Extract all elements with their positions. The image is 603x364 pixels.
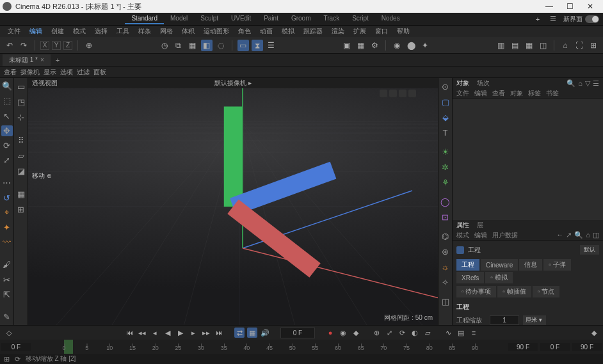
menu-0[interactable]: 文件 <box>4 26 24 37</box>
placement-tool-icon[interactable]: ✦ <box>1 222 13 233</box>
menu-2[interactable]: 创建 <box>47 26 68 37</box>
timeline-ruler[interactable]: 0 F 051015202530354045505560657075808590… <box>0 340 603 354</box>
extrude-icon[interactable]: ⇱ <box>1 289 13 300</box>
tag-icon[interactable]: ◫ <box>440 296 451 307</box>
menu-14[interactable]: 渲染 <box>328 26 348 37</box>
quantize-icon[interactable]: ◧ <box>201 40 213 51</box>
new-document-button[interactable]: + <box>52 55 63 65</box>
menu-4[interactable]: 选择 <box>91 26 111 37</box>
content-browser-icon[interactable]: ✦ <box>419 40 431 51</box>
workplane-icon[interactable]: ▦ <box>187 40 198 51</box>
key-param-icon[interactable]: ◐ <box>410 328 420 338</box>
current-frame-input[interactable]: 0 F <box>280 328 315 338</box>
viewport-camera-label[interactable]: 默认摄像机 ▸ <box>214 79 252 88</box>
tab-close-icon[interactable]: × <box>40 56 44 63</box>
axis-z-toggle[interactable]: Z <box>63 41 72 50</box>
proj-tab-1[interactable]: Cineware <box>481 259 518 271</box>
menu-7[interactable]: 网格 <box>156 26 177 37</box>
scene-nodes-icon[interactable]: ⌬ <box>440 230 451 242</box>
proj-tab-2[interactable]: 信息 <box>519 259 542 271</box>
menu-11[interactable]: 动画 <box>256 26 277 37</box>
attr-userdata-menu[interactable]: 用户数据 <box>492 231 518 240</box>
goto-start-icon[interactable]: ⏮ <box>124 328 134 338</box>
range-start-2[interactable]: 0 F <box>540 343 570 351</box>
maximize-button[interactable]: ☐ <box>559 0 580 13</box>
timeline-marker-icon[interactable]: ◆ <box>589 328 599 338</box>
layout-tab-uvedit[interactable]: UVEdit <box>225 13 257 24</box>
obj-menu-1[interactable]: 编辑 <box>474 89 487 98</box>
tab-takes[interactable]: 场次 <box>477 79 490 88</box>
next-frame-icon[interactable]: ▸ <box>188 328 198 338</box>
history-icon[interactable]: ◷ <box>159 40 170 51</box>
scale-unit-select[interactable]: 厘米 ▾ <box>523 315 546 325</box>
proj-tab-5[interactable]: ▫ 模拟 <box>485 272 512 283</box>
coord-system-icon[interactable]: ⊕ <box>83 40 95 51</box>
edit-later-icon[interactable]: ✎ <box>1 312 13 322</box>
render-settings-icon[interactable]: ⚙ <box>369 40 380 51</box>
vp-menu-3[interactable]: 选项 <box>60 68 73 77</box>
proj-tab-4[interactable]: XRefs <box>456 272 484 283</box>
vp-menu-4[interactable]: 过滤 <box>77 68 90 77</box>
axis-y-toggle[interactable]: Y <box>52 41 61 50</box>
knife-tool-icon[interactable]: ✂ <box>1 274 13 285</box>
generator-icon[interactable]: ✲ <box>440 161 451 173</box>
live-select-icon[interactable]: ⬚ <box>1 95 13 106</box>
range-start-1[interactable]: 0 F <box>1 343 31 351</box>
layout-tab-sculpt[interactable]: Sculpt <box>194 13 225 24</box>
next-key-icon[interactable]: ▸▸ <box>201 328 211 338</box>
key-marker-icon[interactable]: ◇ <box>4 328 14 338</box>
menu-5[interactable]: 工具 <box>113 26 133 37</box>
keyframe-sel-icon[interactable]: ◆ <box>351 328 361 338</box>
text-object-icon[interactable]: T <box>440 127 451 138</box>
object-mode-icon[interactable]: ◳ <box>15 96 27 107</box>
prev-key-icon[interactable]: ◂◂ <box>137 328 147 338</box>
loop-icon[interactable]: ⇄ <box>234 328 245 338</box>
points-mode-icon[interactable]: ⠿ <box>15 134 27 146</box>
soft-select-icon[interactable]: ◌ <box>215 40 227 51</box>
range-end-1[interactable]: 90 F <box>508 343 538 351</box>
attr-pin-icon[interactable]: ◫ <box>593 231 599 239</box>
viewport-3d[interactable]: 移动 ⊕ 网格间距 : 50 cm <box>28 88 438 325</box>
proj-tab2-0[interactable]: ▫ 待办事项 <box>456 286 496 297</box>
layout-2-icon[interactable]: ▤ <box>509 40 520 51</box>
tweak-icon[interactable]: ▭ <box>237 40 249 51</box>
recent-tools-icon[interactable]: ⋯ <box>1 177 13 188</box>
edges-mode-icon[interactable]: ▱ <box>15 150 27 161</box>
vp-menu-2[interactable]: 显示 <box>44 68 56 77</box>
menu-15[interactable]: 扩展 <box>350 26 370 37</box>
default-chip[interactable]: 默认 <box>580 245 599 255</box>
magnify-icon[interactable]: 🔍 <box>1 81 13 91</box>
menu-1[interactable]: 编辑 <box>26 26 46 37</box>
layout-add-icon[interactable]: + <box>533 14 543 24</box>
close-button[interactable]: ✕ <box>580 0 600 13</box>
view-settle-icon[interactable]: ⌂ <box>559 40 571 51</box>
snap-icon[interactable]: ⧉ <box>173 40 184 51</box>
render-view-icon[interactable]: ▣ <box>341 40 352 51</box>
obj-menu-5[interactable]: 书签 <box>546 89 559 98</box>
spline-pen-icon[interactable]: 〰 <box>1 237 13 248</box>
menu-6[interactable]: 样条 <box>134 26 155 37</box>
layout-menu-icon[interactable]: ☰ <box>548 14 558 24</box>
attr-search-icon[interactable]: 🔍 <box>574 231 583 239</box>
redo-icon[interactable]: ↷ <box>18 40 29 51</box>
camera-object-icon[interactable]: ⊛ <box>440 246 451 257</box>
status-grid-icon[interactable]: ⊞ <box>4 355 10 363</box>
panel-home-icon[interactable]: ⌂ <box>578 79 583 88</box>
key-pla-icon[interactable]: ▱ <box>422 328 433 338</box>
attr-edit-menu[interactable]: 编辑 <box>474 231 487 240</box>
axis-mode-icon[interactable]: ⊹ <box>15 111 27 123</box>
scale-tool-icon[interactable]: ⤢ <box>1 155 13 166</box>
sound-icon[interactable]: 🔊 <box>260 328 270 338</box>
move-tool-icon[interactable]: ✥ <box>1 125 13 136</box>
menu-8[interactable]: 体积 <box>178 26 198 37</box>
symmetry-icon[interactable]: ⧗ <box>252 40 263 51</box>
attr-lock-icon[interactable]: ⌂ <box>586 231 590 239</box>
key-rot-icon[interactable]: ⟳ <box>397 328 407 338</box>
attr-mode-menu[interactable]: 模式 <box>456 231 469 240</box>
play-back-icon[interactable]: ◀ <box>163 328 173 338</box>
locks-icon[interactable]: ☰ <box>266 40 277 51</box>
texture-mode-icon[interactable]: ▦ <box>15 188 27 200</box>
cube-primitive-icon[interactable]: ▢ <box>440 96 451 107</box>
document-tab[interactable]: 未标题 1 * × <box>3 54 51 66</box>
layout-tab-standard[interactable]: Standard <box>125 13 164 24</box>
